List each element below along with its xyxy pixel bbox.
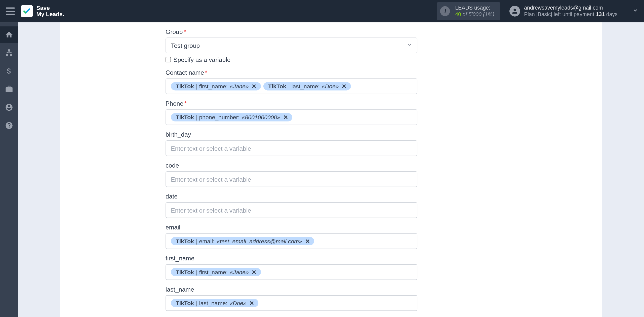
sidebar-item-connections[interactable]: [0, 45, 18, 61]
field-date: date Enter text or select a variable: [166, 193, 417, 218]
input-contact-name[interactable]: TikTok | first_name: «Jane» ✕ TikTok | l…: [166, 78, 417, 94]
account-dropdown-toggle[interactable]: [632, 8, 638, 15]
input-email[interactable]: TikTok | email: «test_email_address@mail…: [166, 233, 417, 249]
field-group: Group* Test group: [166, 28, 417, 63]
sidebar: [0, 22, 18, 317]
usage-text: LEADS usage: 40 of 5'000 (1%): [455, 5, 494, 18]
usage-title: LEADS usage:: [455, 5, 494, 11]
top-bar: Save My Leads. i LEADS usage: 40 of 5'00…: [0, 0, 644, 22]
label-specify-variable: Specify as a variable: [173, 56, 230, 63]
input-code[interactable]: Enter text or select a variable: [166, 171, 417, 187]
input-birth-day[interactable]: Enter text or select a variable: [166, 140, 417, 156]
sidebar-item-account[interactable]: [0, 99, 18, 116]
dollar-icon: [5, 67, 13, 75]
select-group-value: Test group: [171, 42, 200, 49]
tag-remove[interactable]: ✕: [251, 83, 257, 90]
avatar: [509, 6, 520, 17]
home-icon: [5, 30, 13, 39]
tag-remove[interactable]: ✕: [249, 300, 255, 306]
user-circle-icon: [5, 103, 13, 111]
field-first-name: first_name TikTok | first_name: «Jane» ✕: [166, 255, 417, 280]
label-email: email: [166, 224, 417, 231]
label-group: Group*: [166, 28, 417, 35]
checkbox-specify-variable[interactable]: [166, 57, 171, 62]
brand-name: Save My Leads.: [36, 5, 64, 18]
sidebar-item-help[interactable]: [0, 117, 18, 134]
hamburger-menu[interactable]: [6, 8, 15, 15]
tag-last-name-solo: TikTok | last_name: «Doe» ✕: [171, 299, 258, 307]
sidebar-item-home[interactable]: [0, 26, 18, 43]
mapping-form: Group* Test group: [166, 22, 417, 311]
account-email: andrewsavemyleads@gmail.com: [524, 5, 618, 11]
field-contact-name: Contact name* TikTok | first_name: «Jane…: [166, 69, 417, 94]
user-icon: [511, 8, 518, 15]
tag-first-name: TikTok | first_name: «Jane» ✕: [171, 82, 261, 91]
tag-email: TikTok | email: «test_email_address@mail…: [171, 237, 314, 245]
content-area: Group* Test group: [18, 22, 644, 317]
chevron-down-icon: [632, 8, 638, 13]
briefcase-icon: [5, 85, 13, 93]
brand-line2: My Leads.: [36, 11, 64, 17]
info-icon: i: [440, 6, 450, 16]
label-date: date: [166, 193, 417, 200]
tag-remove[interactable]: ✕: [282, 114, 289, 121]
label-phone: Phone*: [166, 100, 417, 107]
tag-remove[interactable]: ✕: [304, 238, 311, 244]
sidebar-item-workspace[interactable]: [0, 81, 18, 98]
label-birth-day: birth_day: [166, 131, 417, 138]
tag-last-name: TikTok | last_name: «Doe» ✕: [263, 82, 351, 91]
input-phone[interactable]: TikTok | phone_number: «8001000000» ✕: [166, 109, 417, 125]
tag-remove[interactable]: ✕: [341, 83, 347, 90]
input-date[interactable]: Enter text or select a variable: [166, 202, 417, 218]
account-text: andrewsavemyleads@gmail.com Plan |Basic|…: [524, 5, 618, 18]
field-code: code Enter text or select a variable: [166, 162, 417, 187]
field-email: email TikTok | email: «test_email_addres…: [166, 224, 417, 249]
field-birth-day: birth_day Enter text or select a variabl…: [166, 131, 417, 156]
help-icon: [5, 121, 13, 130]
label-code: code: [166, 162, 417, 169]
field-last-name: last_name TikTok | last_name: «Doe» ✕: [166, 286, 417, 311]
checkmark-icon: [23, 7, 31, 15]
field-phone: Phone* TikTok | phone_number: «800100000…: [166, 100, 417, 125]
tag-phone: TikTok | phone_number: «8001000000» ✕: [171, 113, 292, 122]
input-last-name[interactable]: TikTok | last_name: «Doe» ✕: [166, 295, 417, 311]
app-logo[interactable]: [21, 5, 33, 17]
label-first-name: first_name: [166, 255, 417, 262]
tag-first-name-solo: TikTok | first_name: «Jane» ✕: [171, 268, 261, 276]
account-section[interactable]: andrewsavemyleads@gmail.com Plan |Basic|…: [509, 5, 618, 18]
label-last-name: last_name: [166, 286, 417, 293]
select-group[interactable]: Test group: [166, 37, 417, 53]
brand-line1: Save: [36, 4, 50, 11]
input-first-name[interactable]: TikTok | first_name: «Jane» ✕: [166, 264, 417, 280]
usage-count: 40: [455, 11, 461, 17]
sitemap-icon: [5, 49, 13, 57]
tag-remove[interactable]: ✕: [251, 269, 257, 275]
leads-usage-box: i LEADS usage: 40 of 5'000 (1%): [437, 2, 500, 20]
label-contact-name: Contact name*: [166, 69, 417, 76]
sidebar-item-billing[interactable]: [0, 63, 18, 79]
days-count: 131: [596, 11, 605, 17]
